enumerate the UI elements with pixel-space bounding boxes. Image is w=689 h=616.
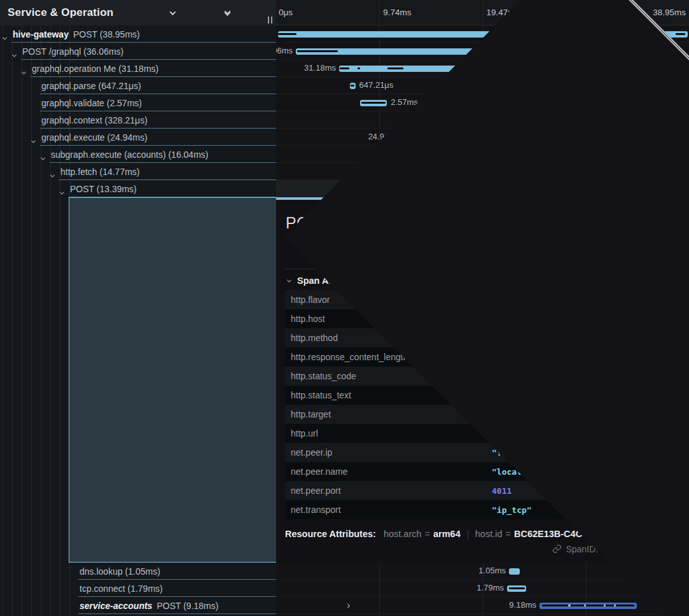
tree-header-controls: [167, 0, 260, 25]
attribute-key: net.transport: [285, 505, 341, 515]
span-tree-row[interactable]: subgraph.execute (accounts) (16.04ms): [0, 146, 276, 163]
panel-resize-handle[interactable]: [268, 17, 272, 24]
span-duration-label: 1.05ms: [478, 563, 506, 579]
resource-attributes-title: Resource Attributes:: [285, 529, 376, 539]
meta-separator: [468, 530, 468, 540]
span-duration-label: 9.18ms: [509, 597, 536, 613]
chevron-right-icon[interactable]: [195, 8, 205, 18]
operation-label: POST (13.39ms): [70, 184, 137, 194]
attribute-value: "ip_tcp": [492, 505, 532, 515]
chevron-down-icon: [287, 277, 291, 282]
row-border: [78, 613, 276, 614]
span-tree-row[interactable]: POST (13.39ms): [0, 180, 276, 197]
chevron-down-icon[interactable]: [22, 66, 25, 76]
span-duration-label: 647.21μs: [359, 77, 394, 94]
chevron-down-icon[interactable]: [3, 32, 6, 42]
bar-marker: [676, 33, 685, 35]
resource-key: host.id: [475, 529, 503, 539]
chevron-down-icon[interactable]: [41, 152, 45, 162]
panel-title: Service & Operation: [8, 6, 113, 19]
attribute-key: http.status_text: [285, 390, 351, 400]
bar-marker: [297, 50, 338, 52]
attribute-key: http.flavor: [285, 295, 330, 305]
span-duration-bar[interactable]: [509, 568, 520, 575]
attribute-key: http.url: [285, 428, 318, 438]
operation-label: tcp.connect (1.79ms): [80, 584, 163, 594]
span-tree-row[interactable]: hive-gatewayPOST (38.95ms): [0, 25, 276, 43]
span-tree-row[interactable]: graphql.operation Me (31.18ms): [0, 60, 276, 77]
chevron-down-icon[interactable]: [13, 49, 16, 59]
span-tree-bottom: dns.lookup (1.05ms)tcp.connect (1.79ms)s…: [0, 563, 276, 614]
operation-label: graphql.context (328.21μs): [41, 115, 148, 125]
equals-sign: =: [505, 529, 510, 539]
selected-span-expansion: [69, 197, 276, 563]
service-name: service-accounts: [80, 601, 152, 611]
attribute-key: http.host: [285, 314, 325, 324]
equals-sign: =: [425, 529, 430, 539]
operation-label: graphql.parse (647.21μs): [41, 81, 141, 91]
chevron-down-icon[interactable]: [51, 169, 54, 179]
ruler-gridline: [483, 0, 484, 25]
attribute-key: net.peer.port: [285, 486, 341, 496]
bar-marker: [278, 33, 296, 35]
attribute-key: http.target: [285, 409, 331, 419]
bar-speck: [614, 605, 616, 606]
operation-label: POST (38.95ms): [73, 29, 140, 39]
span-duration-label: 1.79ms: [477, 580, 504, 596]
ruler-gridline: [379, 0, 380, 25]
bar-marker: [542, 605, 634, 606]
bar-marker: [358, 67, 360, 69]
chevron-down-icon[interactable]: [32, 135, 35, 145]
bar-marker: [509, 587, 525, 589]
span-tree-row[interactable]: service-accountsPOST (9.18ms): [0, 597, 276, 614]
operation-label: http.fetch (14.77ms): [60, 167, 140, 177]
bar-speck: [604, 605, 606, 606]
bar-marker: [361, 102, 386, 104]
operation-label: subgraph.execute (accounts) (16.04ms): [51, 150, 208, 160]
chevron-down-icon[interactable]: [167, 8, 177, 18]
link-icon[interactable]: [552, 544, 562, 554]
span-duration-label: 31.18ms: [304, 60, 336, 76]
ruler-tick: 0μs: [279, 8, 293, 17]
span-timeline-row[interactable]: 9.18ms: [276, 597, 689, 614]
operation-label: POST (9.18ms): [157, 601, 218, 611]
span-tree-row[interactable]: graphql.execute (24.94ms): [0, 129, 276, 146]
operation-label: graphql.operation Me (31.18ms): [32, 64, 158, 74]
operation-label: graphql.execute (24.94ms): [41, 132, 148, 143]
span-tree-row[interactable]: graphql.context (328.21μs): [0, 111, 276, 129]
span-tree-row[interactable]: dns.lookup (1.05ms): [0, 563, 276, 580]
double-chevron-right-icon[interactable]: [249, 8, 260, 18]
ruler-tick: 38.95ms: [653, 8, 686, 17]
span-tree-row[interactable]: tcp.connect (1.79ms): [0, 580, 276, 597]
service-name: hive-gateway: [13, 29, 69, 39]
trace-viewer: hive-gatewayPOST (38.95ms)POST /graphql …: [0, 0, 689, 616]
chevron-down-icon[interactable]: [60, 186, 64, 197]
span-tree-row[interactable]: graphql.validate (2.57ms): [0, 94, 276, 111]
span-tree-top: hive-gatewayPOST (38.95ms)POST /graphql …: [0, 25, 276, 197]
resource-value: arm64: [433, 529, 461, 539]
span-duration-label: 36.06ms: [276, 43, 293, 59]
row-border: [69, 197, 276, 197]
double-chevron-down-icon[interactable]: [222, 8, 232, 18]
span-tree-row[interactable]: POST /graphql (36.06ms): [0, 43, 276, 60]
attribute-key: http.status_code: [285, 371, 356, 381]
tree-header: Service & Operation: [0, 0, 276, 25]
bar-speck: [568, 605, 570, 606]
operation-label: dns.lookup (1.05ms): [80, 566, 160, 577]
bar-marker: [340, 67, 349, 69]
attribute-value: 4011: [492, 486, 512, 496]
ruler-tick: 9.74ms: [383, 8, 411, 17]
operation-label: graphql.validate (2.57ms): [41, 98, 142, 108]
operation-label: POST /graphql (36.06ms): [22, 46, 123, 57]
attribute-key: http.method: [285, 333, 338, 343]
attribute-key: net.peer.name: [285, 466, 348, 477]
attribute-key: net.peer.ip: [285, 447, 332, 458]
bar-marker: [351, 85, 354, 87]
resource-key: host.arch: [384, 529, 422, 539]
span-tree-panel: hive-gatewayPOST (38.95ms)POST /graphql …: [0, 0, 276, 616]
span-tree-row[interactable]: graphql.parse (647.21μs): [0, 77, 276, 94]
span-tree-row[interactable]: http.fetch (14.77ms): [0, 163, 276, 180]
bar-marker: [387, 67, 403, 69]
span-timeline-row[interactable]: 1.79ms: [276, 580, 689, 597]
